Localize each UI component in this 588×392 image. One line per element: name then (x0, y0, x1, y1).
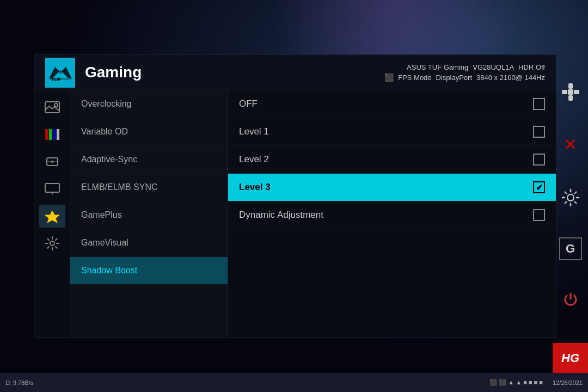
menu-item-variable-od[interactable]: Variable OD (70, 118, 228, 146)
sidebar-item-gaming[interactable] (39, 205, 65, 228)
osd-header: TUF Gaming ASUS TUF Gaming VG28UQL1A HDR… (34, 55, 556, 90)
svg-point-22 (567, 194, 574, 201)
option-level2-label: Level 2 (239, 154, 533, 165)
watermark: HG (553, 343, 588, 373)
options-panel: OFF Level 1 Level 2 Level 3 ✔ Dynamic Ad… (228, 90, 556, 337)
page-title: Gaming (85, 64, 384, 81)
taskbar: D: 9.78B/s ⬛ ⬛ ▲ ▲ ■ ■ ■ ■ 12/26/2021 (0, 373, 588, 392)
svg-rect-17 (568, 83, 573, 89)
monitor-icon: ⬛ (384, 73, 394, 82)
svg-rect-21 (568, 89, 573, 95)
option-level1-label: Level 1 (239, 126, 533, 137)
connection-type: DisplayPort (436, 74, 472, 82)
resolution-info: 3840 x 2160@ 144Hz (476, 74, 545, 82)
gamevisual-label: G (566, 242, 575, 256)
monitor-name: ASUS TUF Gaming (407, 63, 468, 71)
option-dynamic-adj-label: Dynamic Adjustment (239, 210, 533, 220)
svg-rect-8 (57, 129, 59, 140)
option-level1[interactable]: Level 1 (228, 118, 556, 146)
svg-rect-7 (53, 129, 56, 140)
display-mode: FPS Mode (398, 74, 431, 82)
header-info: ASUS TUF Gaming VG28UQL1A HDR Off ⬛ FPS … (384, 63, 545, 82)
right-sidebar: ✕ G (553, 54, 588, 338)
menu-item-elmb[interactable]: ELMB/ELMB SYNC (70, 174, 228, 201)
check-icon: ✔ (536, 182, 543, 193)
svg-line-30 (565, 201, 566, 203)
header-info-top: ASUS TUF Gaming VG28UQL1A HDR Off (407, 63, 545, 71)
svg-rect-6 (49, 129, 52, 140)
option-off[interactable]: OFF (228, 90, 556, 118)
svg-line-28 (574, 201, 576, 203)
joystick-button[interactable] (558, 79, 584, 105)
menu-item-shadow-boost[interactable]: Shadow Boost (70, 257, 228, 285)
taskbar-icons: ⬛ ⬛ ▲ ▲ ■ ■ ■ ■ (489, 379, 543, 386)
tuf-logo-svg: TUF (48, 63, 72, 82)
svg-text:TUF: TUF (51, 77, 61, 82)
option-level3-checkbox: ✔ (533, 181, 545, 193)
svg-rect-18 (568, 95, 573, 101)
icon-sidebar (34, 90, 70, 337)
option-dynamic-adj[interactable]: Dynamic Adjustment (228, 201, 556, 229)
svg-rect-20 (574, 90, 579, 94)
menu-item-overclocking[interactable]: Overclocking (70, 90, 228, 118)
watermark-text: HG (561, 351, 579, 365)
sidebar-item-color[interactable] (39, 123, 65, 146)
model-name: VG28UQL1A (473, 63, 514, 71)
sidebar-item-settings[interactable] (39, 232, 65, 255)
svg-rect-5 (45, 129, 48, 140)
option-dynamic-adj-checkbox (533, 209, 545, 221)
sidebar-item-image[interactable] (39, 96, 65, 119)
option-level3[interactable]: Level 3 ✔ (228, 174, 556, 201)
taskbar-time: 12/26/2021 (553, 379, 583, 386)
option-off-label: OFF (239, 99, 533, 109)
svg-marker-15 (45, 211, 59, 223)
svg-line-29 (574, 192, 576, 193)
logo-box: TUF (45, 58, 75, 88)
taskbar-info: D: 9.78B/s (5, 379, 33, 386)
brightness-button[interactable] (558, 185, 584, 211)
option-level2-checkbox (533, 154, 545, 166)
sidebar-item-display[interactable] (39, 177, 65, 200)
menu-item-gamevisual[interactable]: GameVisual (70, 229, 228, 257)
svg-rect-12 (45, 183, 59, 192)
osd-panel: TUF Gaming ASUS TUF Gaming VG28UQL1A HDR… (34, 54, 556, 338)
hdr-status: HDR Off (518, 63, 545, 71)
option-level1-checkbox (533, 126, 545, 138)
menu-panel: Overclocking Variable OD Adaptive-Sync E… (70, 90, 228, 337)
power-button[interactable] (558, 287, 584, 313)
option-level3-label: Level 3 (239, 182, 533, 193)
option-off-checkbox (533, 98, 545, 110)
svg-point-16 (50, 241, 54, 246)
option-level2[interactable]: Level 2 (228, 146, 556, 174)
osd-content: Overclocking Variable OD Adaptive-Sync E… (34, 90, 556, 337)
menu-item-gameplus[interactable]: GamePlus (70, 201, 228, 229)
sidebar-item-input[interactable] (39, 150, 65, 173)
svg-line-27 (565, 192, 566, 193)
svg-rect-19 (562, 90, 567, 94)
svg-point-4 (54, 103, 58, 107)
header-info-bottom: ⬛ FPS Mode DisplayPort 3840 x 2160@ 144H… (384, 73, 545, 82)
menu-item-adaptive-sync[interactable]: Adaptive-Sync (70, 146, 228, 174)
close-button[interactable]: ✕ (558, 132, 584, 158)
svg-point-11 (51, 161, 53, 163)
gamevisual-button[interactable]: G (559, 237, 582, 260)
